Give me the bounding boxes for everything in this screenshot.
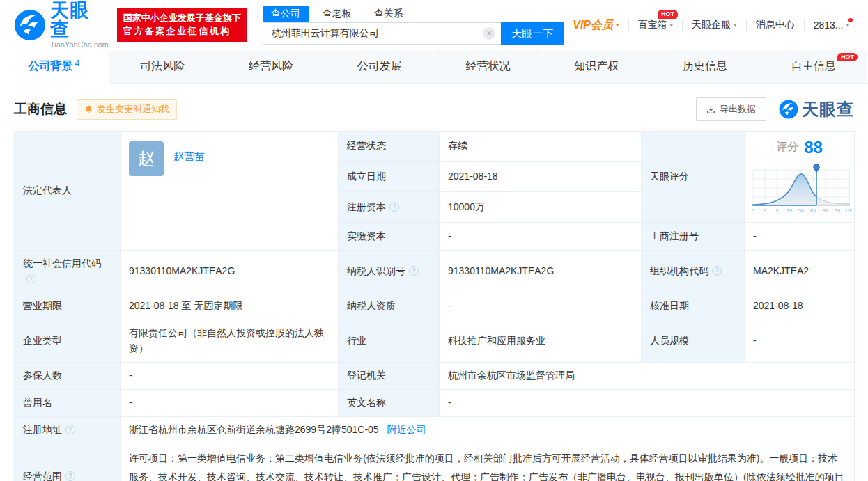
gov-certification-badge: 国家中小企业发展子基金旗下 官方备案企业征信机构 — [117, 8, 247, 42]
registry-value: 杭州市余杭区市场监督管理局 — [440, 362, 855, 389]
table-row: 统一社会信用代码? 91330110MA2KJTEA2G 纳税人识别号? 913… — [15, 250, 855, 292]
chevron-down-icon: ▾ — [616, 22, 619, 29]
score-chart-cell[interactable]: 评分 88 — [745, 132, 855, 223]
staff-size-value: - — [745, 320, 855, 362]
legal-rep-link[interactable]: 赵营苗 — [173, 148, 205, 164]
svg-text:50: 50 — [798, 207, 803, 214]
bell-icon — [84, 105, 93, 114]
reg-capital-label: 注册资本? — [339, 192, 440, 223]
org-code-label: 组织机构代码? — [642, 250, 745, 292]
score-distribution-chart: 0 1 3 15 50 85 97 99 100 — [747, 161, 852, 214]
search-tab-relation[interactable]: 查关系 — [366, 6, 412, 22]
tianyancha-logo-icon — [779, 100, 798, 119]
term-label: 营业期限 — [15, 292, 121, 320]
insured-count-label: 参保人数 — [15, 362, 121, 389]
reg-number-value: - — [745, 222, 855, 250]
search-input[interactable] — [263, 22, 501, 45]
paid-capital-value: - — [440, 222, 642, 250]
notify-on-change-button[interactable]: 发生变更时通知我 — [77, 99, 177, 120]
help-icon[interactable]: ? — [26, 274, 36, 283]
help-icon[interactable]: ? — [65, 425, 75, 434]
table-row: 营业期限 2021-08-18 至 无固定期限 纳税人资质 - 核准日期 202… — [15, 292, 855, 320]
help-icon[interactable]: ? — [65, 471, 75, 481]
svg-text:85: 85 — [809, 207, 815, 214]
table-row: 法定代表人 赵 赵营苗 经营状态 存续 天眼评分 评分 88 — [15, 132, 855, 162]
top-header: 天眼查 TianYanCha.com 国家中小企业发展子基金旗下 官方备案企业征… — [0, 0, 868, 50]
staff-size-label: 人员规模 — [642, 320, 745, 362]
english-name-label: 英文名称 — [339, 389, 440, 416]
tab-self-info[interactable]: 自主信息 HOT — [759, 50, 868, 83]
registry-label: 登记机关 — [339, 362, 440, 389]
taxpayer-id-value: 91330110MA2KJTEA2G — [440, 250, 642, 292]
tab-company-background[interactable]: 公司背景 4 — [0, 50, 109, 84]
menu-message-center[interactable]: 消息中心 — [746, 19, 804, 31]
former-name-value: - — [121, 389, 339, 416]
tab-company-development[interactable]: 公司发展 — [325, 50, 434, 83]
table-row: 经营范围? 许可项目：第一类增值电信业务；第二类增值电信业务(依法须经批准的项目… — [15, 443, 855, 481]
legal-rep-label: 法定代表人 — [15, 132, 121, 251]
table-row: 曾用名 - 英文名称 - — [15, 389, 855, 416]
score-caption: 评分 — [776, 139, 798, 156]
industry-value: 科技推广和应用服务业 — [440, 320, 642, 362]
tab-operating-status[interactable]: 经营状况 — [434, 50, 543, 83]
svg-text:15: 15 — [786, 207, 791, 214]
table-row: 参保人数 - 登记机关 杭州市余杭区市场监督管理局 — [15, 362, 855, 389]
svg-text:100: 100 — [844, 207, 851, 214]
svg-text:0: 0 — [751, 207, 754, 214]
legal-rep-cell: 赵 赵营苗 — [121, 132, 339, 251]
credit-code-label: 统一社会信用代码? — [15, 250, 121, 292]
avatar[interactable]: 赵 — [129, 141, 164, 176]
tab-judicial-risk[interactable]: 司法风险 — [109, 50, 217, 83]
address-value: 浙江省杭州市余杭区仓前街道余杭塘路2699号2幢501C-05 — [129, 424, 379, 435]
business-scope-label: 经营范围? — [15, 443, 121, 481]
svg-text:99: 99 — [834, 207, 839, 214]
menu-toolbox[interactable]: HOT 百宝箱 ▾ — [628, 19, 683, 31]
business-scope-value: 许可项目：第一类增值电信业务；第二类增值电信业务(依法须经批准的项目，经相关部门… — [121, 443, 855, 481]
search-area: 查公司 查老板 查关系 × 天眼一下 — [263, 6, 564, 45]
tab-history-info[interactable]: 历史信息 — [651, 50, 760, 83]
download-icon — [706, 105, 715, 114]
status-label: 经营状态 — [339, 132, 440, 162]
help-icon[interactable]: ? — [389, 202, 399, 212]
export-data-button[interactable]: 导出数据 — [696, 97, 766, 121]
credit-code-value: 91330110MA2KJTEA2G — [121, 250, 339, 292]
x-axis-ticks: 0 1 3 15 50 85 97 99 100 — [751, 207, 851, 214]
search-tab-boss[interactable]: 查老板 — [314, 6, 360, 22]
top-menu: VIP会员 ▾ HOT 百宝箱 ▾ 天眼企服 ▾ 消息中心 2813... ▾ — [564, 18, 858, 33]
score-value: 88 — [804, 134, 823, 160]
tab-operating-risk[interactable]: 经营风险 — [217, 50, 326, 83]
logo-domain: TianYanCha.com — [50, 40, 109, 49]
score-marker-pin-head — [813, 164, 819, 170]
table-row: 企业类型 有限责任公司（非自然人投资或控股的法人独资） 行业 科技推广和应用服务… — [15, 320, 855, 362]
approved-date-label: 核准日期 — [642, 292, 745, 320]
logo-name: 天眼查 — [50, 1, 109, 39]
taxpayer-quality-label: 纳税人资质 — [339, 292, 440, 320]
search-tab-company[interactable]: 查公司 — [263, 6, 309, 22]
established-value: 2021-08-18 — [440, 161, 642, 192]
help-icon[interactable]: ? — [712, 266, 722, 276]
menu-enterprise-service[interactable]: 天眼企服 ▾ — [682, 19, 746, 31]
search-button[interactable]: 天眼一下 — [501, 22, 564, 45]
address-cell: 浙江省杭州市余杭区仓前街道余杭塘路2699号2幢501C-05 附近公司 — [121, 416, 855, 443]
notification-dot — [848, 18, 853, 22]
tianyancha-watermark: 天眼查 — [779, 98, 854, 120]
paid-capital-label: 实缴资本 — [339, 222, 440, 250]
reg-number-label: 工商注册号 — [642, 222, 745, 250]
tab-intellectual-property[interactable]: 知识产权 — [543, 50, 651, 83]
tianyancha-logo[interactable]: 天眼查 TianYanCha.com — [14, 1, 109, 49]
org-code-value: MA2KJTEA2 — [745, 250, 855, 292]
help-icon[interactable]: ? — [409, 266, 419, 276]
svg-text:3: 3 — [775, 207, 777, 214]
hot-badge: HOT — [658, 10, 678, 19]
taxpayer-quality-value: - — [440, 292, 642, 320]
tianyancha-logo-icon — [14, 9, 46, 41]
menu-vip[interactable]: VIP会员 ▾ — [564, 18, 628, 33]
nearby-companies-link[interactable]: 附近公司 — [387, 424, 426, 435]
section-title: 工商信息 — [14, 100, 67, 118]
company-type-label: 企业类型 — [15, 320, 121, 362]
address-label: 注册地址? — [15, 416, 121, 443]
chevron-down-icon: ▾ — [846, 22, 849, 29]
reg-capital-value: 10000万 — [440, 192, 642, 223]
company-nav-tabs: 公司背景 4 司法风险 经营风险 公司发展 经营状况 知识产权 历史信息 自主信… — [0, 50, 868, 84]
menu-user-account[interactable]: 2813... ▾ — [804, 19, 858, 31]
